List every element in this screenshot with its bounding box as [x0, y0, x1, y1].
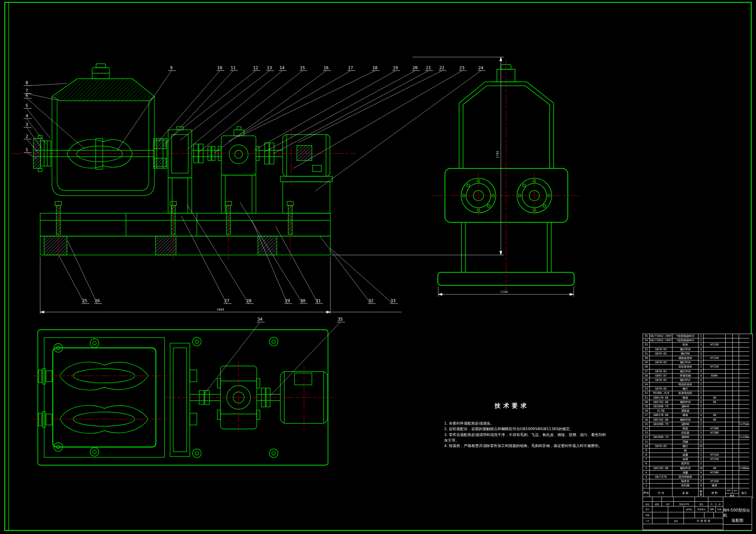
bom-cell-code: GB5782-86 [650, 466, 673, 471]
bom-cell-note [739, 343, 749, 347]
bom-cell-material [704, 334, 726, 338]
callout-leader [298, 71, 442, 142]
bom-cell-seq: 9 [643, 449, 650, 453]
bom-cell-material: HT200 [704, 431, 726, 435]
tank-footprint [53, 348, 156, 447]
bom-row: 18ZL7型减速器1 [643, 409, 752, 413]
bom-cell-w2 [733, 343, 739, 347]
bom-cell-seq: 26 [643, 374, 650, 378]
bom-cell-qty: 4 [699, 400, 704, 405]
bom-cell-qty: 2 [699, 479, 704, 484]
part-callout-9: 9 [170, 65, 173, 70]
bom-cell-qty: 1 [699, 431, 704, 435]
bom-cell-note [739, 444, 749, 449]
bom-cell-w1 [726, 356, 733, 360]
bom-cell-qty: 2 [699, 422, 704, 427]
bom-cell-name: 螺母 [673, 413, 699, 418]
bom-cell-seq: 31 [643, 352, 650, 356]
bom-cell-material [704, 444, 726, 449]
title-block: 标记 处数 分区 更改文件号 签名 年、月、日 设计 标准化 阶段标记 重量 比… [643, 497, 752, 530]
bom-row: 32GB70-85螺钉M104 [643, 347, 752, 352]
bom-cell-note [739, 471, 749, 475]
part-callout-23: 23 [459, 65, 464, 70]
bom-cell-name: 端盖 [673, 471, 699, 475]
dim-end-width: 1150 [500, 290, 508, 294]
bom-row: 4端盖4HT200 [643, 471, 752, 475]
bom-cell-qty: 1 [699, 338, 704, 343]
bom-cell-code [650, 457, 673, 462]
bom-cell-w2 [733, 453, 739, 457]
technical-requirement-item: 4. 组装前，严格检查并清除零件加工时残留的锐角、毛刺和异物，保证密封件装入时不… [444, 443, 610, 449]
bom-cell-qty: 1 [699, 409, 704, 413]
bom-cell-w1 [726, 391, 733, 395]
bom-cell-code: GB1096-79 [650, 422, 673, 427]
bom-header-name: 名 称 [673, 488, 699, 498]
bom-cell-seq: 20 [643, 400, 650, 405]
part-callout-25: 25 [82, 298, 87, 303]
bom-cell-w1 [726, 338, 733, 343]
bom-cell-w1 [726, 484, 733, 488]
bom-cell-w1 [726, 462, 733, 466]
bom-row: 28齿轮架底座1HT150 [643, 365, 752, 369]
callout-leader [293, 71, 462, 168]
bom-cell-w1 [726, 343, 733, 347]
bom-cell-name: 齿轮架 [673, 431, 699, 435]
bom-row: 1密封圈4橡胶 [643, 484, 752, 488]
part-callout-33: 33 [390, 298, 395, 303]
bom-cell-note [739, 391, 749, 395]
tb-rev-date: 年、月、日 [708, 502, 723, 506]
bom-cell-qty: 1 [699, 453, 704, 457]
bom-cell-material [704, 440, 726, 444]
drawing-title-line2: 装配图 [732, 518, 743, 523]
bom-row: 3GB/T276深沟球轴承4 [643, 475, 752, 479]
bom-header-note: 备注 [739, 488, 749, 498]
bom-cell-qty: 1 [699, 365, 704, 369]
bom-cell-code: GB70-85 [650, 378, 673, 382]
bom-cell-note [739, 453, 749, 457]
bom-cell-seq: 32 [643, 347, 650, 352]
bom-cell-w1 [726, 466, 733, 471]
bom-cell-w1 [726, 457, 733, 462]
bom-cell-note [739, 360, 749, 365]
bom-cell-name: 双速电动机 [673, 391, 699, 395]
bom-cell-code [650, 449, 673, 453]
part-callout-14: 14 [279, 65, 285, 70]
bom-cell-material [704, 347, 726, 352]
bom-row: 9轴1 [643, 449, 752, 453]
bom-cell-name: 螺钉M10 [673, 370, 699, 374]
bom-cell-w2 [733, 431, 739, 435]
part-callout-29: 29 [285, 298, 290, 303]
part-callout-20: 20 [412, 65, 417, 70]
bom-cell-name: 螺母 [673, 396, 699, 400]
callout-leader [27, 83, 67, 86]
bom-cell-name: 轴套 [673, 427, 699, 431]
callout-leader [173, 71, 256, 136]
bom-cell-qty: 4 [699, 413, 704, 418]
bom-cell-seq: 30 [643, 356, 650, 360]
bom-cell-code: GB6170-86 [650, 396, 673, 400]
bom-cell-qty: 1 [699, 457, 704, 462]
bom-cell-name: 键B90 [673, 422, 699, 427]
dim-front-overall: 2860 [217, 308, 224, 311]
bom-cell-w2 [733, 360, 739, 365]
callout-leader [68, 241, 97, 304]
bom-cell-qty: 2 [699, 435, 704, 440]
bom-cell-code: ZL7型 [650, 409, 673, 413]
bom-cell-w2 [733, 396, 739, 400]
part-callout-3: 3 [26, 122, 28, 127]
bom-cell-w2 [733, 444, 739, 449]
part-callout-22: 22 [439, 65, 444, 70]
reducer [218, 127, 259, 213]
tb-rev-doc: 更改文件号 [674, 502, 695, 506]
dim-overall-height: 1705 [496, 151, 499, 158]
bom-cell-name: 电动机底座 [673, 382, 699, 387]
callout-leader [187, 205, 249, 304]
bom-cell-note [739, 387, 749, 391]
bom-cell-seq: 12 [643, 435, 650, 440]
bom-cell-w2 [733, 418, 739, 422]
tb-stage: 阶段标记 [695, 506, 708, 512]
callout-leader [240, 203, 303, 304]
bom-row: 30减速器底座1HT150 [643, 356, 752, 360]
bom-cell-qty: 4 [699, 347, 704, 352]
bom-header-material: 材 料 [704, 488, 726, 498]
